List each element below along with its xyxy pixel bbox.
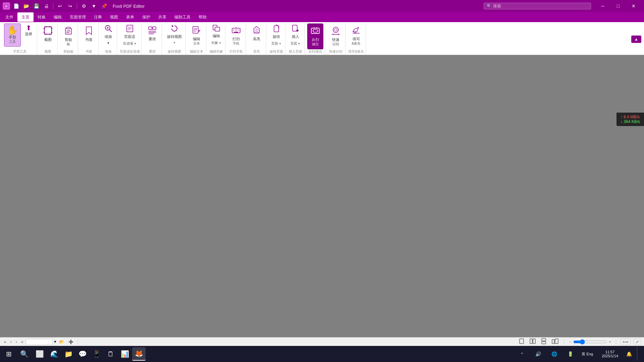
page-input-box: ▼ — [26, 339, 57, 345]
notification-button[interactable]: 🔔 — [622, 347, 636, 361]
taskbar-wechat-button[interactable]: 💬 — [76, 347, 89, 361]
edit-obj-dropdown[interactable]: 对象 ▼ — [209, 40, 224, 46]
fill-sign-button[interactable]: 填写 &签名 — [348, 23, 364, 48]
nav-prev-button[interactable]: ‹ — [9, 339, 13, 345]
quick-recognize-button[interactable]: 快速 识别 — [328, 23, 344, 49]
zoom-bar: － ＋ — [568, 339, 612, 345]
rotate-view-dropdown[interactable]: ▼ — [165, 40, 184, 45]
menu-item-page-manage[interactable]: 页面管理 — [66, 12, 90, 22]
redo-button[interactable]: ↪ — [65, 2, 75, 10]
menu-item-view[interactable]: 视图 — [106, 12, 122, 22]
ribbon-group-clipboard: 剪贴 板 剪贴板 — [59, 23, 78, 55]
nav-last-button[interactable]: » — [20, 339, 25, 345]
single-page-view-button[interactable] — [518, 338, 526, 346]
show-desktop-button[interactable] — [637, 347, 643, 361]
close-button[interactable]: ✕ — [626, 0, 641, 12]
zoom-plus[interactable]: ＋ — [608, 339, 612, 344]
ribbon-collapse-button[interactable]: ▲ — [631, 36, 641, 43]
hand-icon: ✋ — [7, 26, 18, 35]
fit-width-button[interactable]: ⟺ — [620, 339, 631, 345]
highlight-button[interactable]: 高亮 — [249, 23, 265, 44]
start-button[interactable]: ⊞ — [1, 347, 16, 361]
taskbar-app6-button[interactable]: 📱 — [90, 347, 103, 361]
menu-item-file[interactable]: 文件 — [1, 12, 17, 22]
undo-button[interactable]: ↩ — [55, 2, 65, 10]
page-input[interactable] — [26, 339, 53, 345]
page-adapt-button[interactable]: 页面适 — [121, 23, 139, 40]
ime-button[interactable]: 英 Eng — [579, 348, 596, 360]
taskbar-search-button[interactable]: 🔍 — [17, 347, 32, 361]
spread-view-button[interactable] — [550, 338, 560, 346]
more-button[interactable]: ▼ — [89, 2, 99, 10]
menu-item-protect[interactable]: 保护 — [138, 12, 154, 22]
nav-first-button[interactable]: « — [3, 339, 8, 345]
speed-tooltip: ↑ 8.4 MB/s ↓ 364 KB/s — [616, 113, 644, 126]
taskbar-pinned-apps: 🌊 📁 💬 📱 🗒 📊 🦊 — [48, 347, 146, 361]
search-bar[interactable]: 🔍 — [484, 3, 591, 9]
bookmark-button[interactable]: 书签 — [81, 23, 97, 44]
ribbon-group-edit-obj: 编辑 对象 ▼ 编辑对象 — [208, 23, 225, 55]
taskbar-app8-button[interactable]: 📊 — [118, 347, 131, 361]
menu-item-help[interactable]: 帮助 — [195, 12, 211, 22]
svg-rect-65 — [533, 339, 535, 344]
insert-page-dropdown[interactable]: 页面 ▼ — [288, 40, 303, 47]
nav-next-button[interactable]: › — [14, 339, 18, 345]
separator — [53, 3, 53, 9]
typewriter-group-label: 打扫字机 — [229, 49, 243, 55]
taskbar-foxit-button[interactable]: 🦊 — [132, 347, 146, 361]
new-file-button[interactable]: 📄 — [11, 2, 21, 10]
taskbar-taskview-button[interactable]: ⬜ — [32, 347, 47, 361]
save-button[interactable]: 💾 — [32, 2, 41, 10]
menu-item-tools[interactable]: 辅助工具 — [170, 12, 195, 22]
search-input[interactable] — [493, 4, 588, 8]
zoom-slider[interactable] — [573, 339, 607, 345]
menu-item-share[interactable]: 共享 — [154, 12, 170, 22]
scroll-view-button[interactable] — [540, 338, 548, 346]
open-file-button[interactable]: 📂 — [21, 2, 31, 10]
menu-item-edit[interactable]: 编辑 — [50, 12, 66, 22]
svg-rect-12 — [67, 27, 70, 29]
insert-page-button[interactable]: 插入 — [288, 23, 303, 40]
fit-page-button[interactable]: ⤢ — [633, 339, 641, 345]
add-page-button[interactable]: ➕ — [67, 339, 75, 345]
maximize-button[interactable]: □ — [610, 0, 626, 12]
scan-label: 从扫 — [312, 38, 319, 42]
taskbar-edge-button[interactable]: 🌊 — [48, 347, 61, 361]
menu-item-form[interactable]: 表单 — [122, 12, 138, 22]
tray-sound-button[interactable]: 🔊 — [531, 348, 545, 360]
scan-button[interactable]: 从扫 描仪 — [307, 23, 323, 49]
customize-button[interactable]: ⚙ — [79, 2, 89, 10]
select-tool-button[interactable]: ⬆ 选择 — [21, 23, 36, 38]
tray-icons-button[interactable]: ^ — [515, 348, 529, 360]
taskbar-explorer-button[interactable]: 📁 — [62, 347, 75, 361]
typewriter-button[interactable]: 打扫 字机 — [228, 23, 244, 48]
edit-text-button[interactable]: 编辑 文本 — [189, 23, 205, 48]
zoom-dropdown-button[interactable]: ▼ — [101, 40, 115, 46]
double-page-view-button[interactable] — [528, 338, 537, 346]
edit-obj-button[interactable]: 编辑 — [209, 23, 224, 40]
rotate-view-button[interactable]: 旋转视图 — [165, 23, 184, 40]
reflow-button[interactable]: 重排 — [144, 23, 160, 44]
minimize-button[interactable]: ─ — [595, 0, 610, 12]
clipboard-icon — [64, 26, 73, 37]
zoom-minus[interactable]: － — [568, 339, 572, 344]
menu-item-convert[interactable]: 转换 — [34, 12, 50, 22]
hand-tool-button[interactable]: ✋ 手型 工具 — [4, 23, 21, 47]
taskbar-app7-button[interactable]: 🗒 — [104, 347, 117, 361]
print-button[interactable]: 🖨 — [42, 2, 51, 10]
page-dropdown[interactable]: ▼ — [53, 340, 57, 344]
menu-item-comment[interactable]: 注释 — [90, 12, 106, 22]
menu-item-home[interactable]: 主页 — [17, 12, 34, 22]
pin-button[interactable]: 📌 — [99, 2, 109, 10]
rotate-page-dropdown[interactable]: 页面 ▼ — [269, 40, 284, 47]
screenshot-button[interactable]: 截图 — [40, 23, 56, 44]
rotate-page-button[interactable]: 旋转 — [269, 23, 284, 40]
page-adapt-dropdown[interactable]: 应选项 ▼ — [121, 40, 139, 47]
tray-network-button[interactable]: 🌐 — [547, 348, 561, 360]
clipboard-button[interactable]: 剪贴 板 — [60, 23, 76, 49]
zoom-in-button[interactable]: 缩放 — [101, 23, 115, 40]
taskbar-clock[interactable]: 11:57 2025/1/14 — [599, 350, 621, 358]
tray-battery-button[interactable]: 🔋 — [563, 348, 578, 360]
open-page-panel-button[interactable]: 📂 — [58, 339, 66, 345]
quick-recognize-group-label: 快速识别 — [329, 49, 342, 55]
